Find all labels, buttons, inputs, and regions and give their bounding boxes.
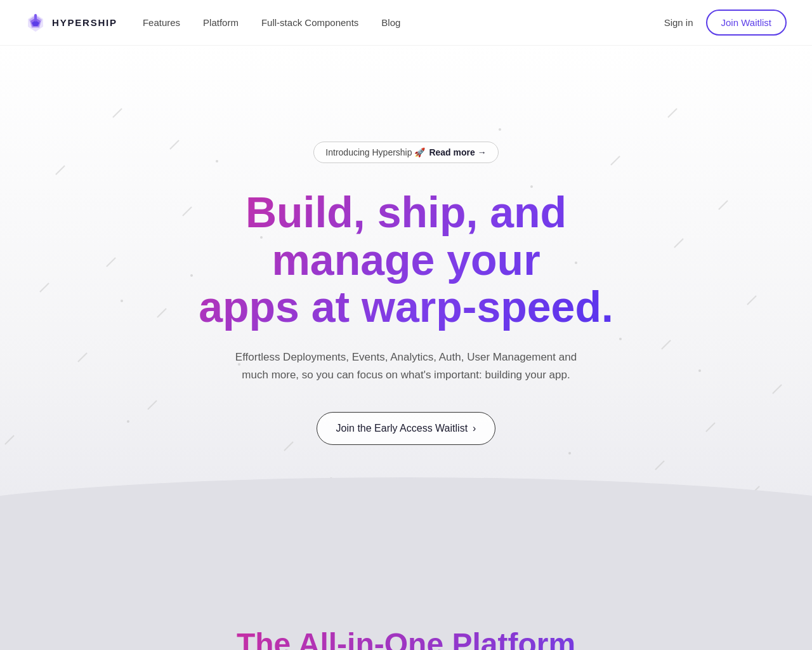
decorative-tick: [112, 108, 122, 118]
hero-title-line1: Build, ship, and manage your: [246, 188, 566, 284]
hero-title-line2: apps at warp-speed.: [199, 282, 613, 331]
wave-decoration: [0, 477, 812, 566]
svg-rect-4: [34, 14, 37, 22]
decorative-dot: [698, 369, 701, 372]
decorative-dot: [499, 128, 501, 131]
decorative-tick: [661, 340, 671, 350]
chevron-right-icon: ›: [473, 423, 476, 434]
decorative-tick: [77, 352, 88, 362]
navbar: HYPERSHIP Features Platform Full-stack C…: [0, 0, 812, 46]
early-access-label: Join the Early Access Waitlist: [336, 423, 468, 434]
decorative-tick: [106, 257, 116, 267]
decorative-tick: [147, 400, 157, 410]
decorative-tick: [157, 308, 167, 318]
decorative-tick: [718, 200, 728, 210]
logo[interactable]: HYPERSHIP: [25, 13, 117, 33]
nav-link-features[interactable]: Features: [143, 17, 180, 28]
sign-in-link[interactable]: Sign in: [664, 17, 693, 28]
join-waitlist-button[interactable]: Join Waitlist: [706, 10, 787, 36]
decorative-tick: [674, 238, 684, 248]
decorative-tick: [747, 295, 757, 305]
nav-left: HYPERSHIP Features Platform Full-stack C…: [25, 13, 400, 33]
nav-link-blog[interactable]: Blog: [381, 17, 400, 28]
badge-read-more[interactable]: Read more →: [429, 147, 486, 157]
decorative-tick: [772, 384, 782, 394]
below-hero-section: The All-in-One Platform: [0, 566, 812, 650]
decorative-tick: [705, 422, 716, 432]
decorative-tick: [655, 460, 665, 470]
hero-title: Build, ship, and manage your apps at war…: [184, 189, 628, 331]
decorative-dot: [121, 300, 123, 302]
decorative-dot: [568, 452, 571, 454]
logo-text: HYPERSHIP: [52, 17, 117, 28]
hero-section: Introducing Hypership 🚀 Read more → Buil…: [0, 46, 812, 566]
decorative-dot: [127, 420, 129, 423]
hero-subtitle: Effortless Deployments, Events, Analytic…: [222, 348, 590, 384]
nav-link-fullstack[interactable]: Full-stack Components: [261, 17, 358, 28]
intro-badge[interactable]: Introducing Hypership 🚀 Read more →: [313, 142, 498, 163]
decorative-tick: [4, 435, 15, 445]
nav-links: Features Platform Full-stack Components …: [143, 17, 401, 29]
decorative-tick: [169, 140, 180, 150]
nav-right: Sign in Join Waitlist: [664, 10, 787, 36]
decorative-tick: [667, 108, 678, 118]
hero-content: Introducing Hypership 🚀 Read more → Buil…: [184, 142, 628, 445]
early-access-button[interactable]: Join the Early Access Waitlist ›: [317, 412, 496, 445]
logo-icon: [25, 13, 46, 33]
nav-link-platform[interactable]: Platform: [203, 17, 239, 28]
decorative-tick: [55, 165, 65, 175]
badge-intro-text: Introducing Hypership 🚀: [325, 147, 425, 157]
decorative-tick: [39, 282, 49, 293]
all-in-one-title: The All-in-One Platform: [211, 627, 601, 650]
